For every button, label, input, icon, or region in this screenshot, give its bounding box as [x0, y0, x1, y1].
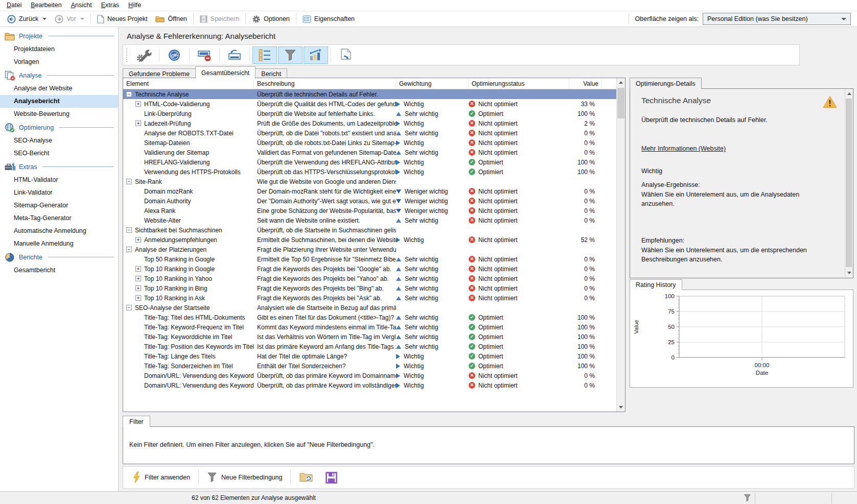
- table-row[interactable]: Website-AlterSeit wann die Website onlin…: [123, 215, 616, 225]
- table-row[interactable]: Title-Tag: Position des Keywords im Tite…: [123, 342, 616, 351]
- sidebar-item-meta-tag-generator[interactable]: Meta-Tag-Generator: [0, 212, 118, 225]
- speichern-button[interactable]: Speichern: [196, 14, 243, 25]
- tab-gesamt-bersicht[interactable]: Gesamtübersicht: [195, 66, 256, 79]
- table-row[interactable]: Alexa RankEine grobe Schätzung der Websi…: [123, 206, 616, 215]
- collapse-icon[interactable]: −: [126, 179, 132, 184]
- collapse-icon[interactable]: −: [126, 305, 132, 310]
- vor-button[interactable]: Vor: [51, 13, 88, 25]
- sidebar-item-seo-bericht[interactable]: SEO-Bericht: [0, 147, 118, 160]
- table-row[interactable]: Title-Tag: Länge des TitelsHat der Titel…: [123, 351, 616, 361]
- ok-stamp-button[interactable]: OK: [162, 46, 187, 64]
- ui-mode-select[interactable]: Personal Edition (was Sie besitzen): [703, 13, 851, 25]
- tab-optimization-details[interactable]: Optimierungs-Details: [630, 78, 702, 89]
- export-button[interactable]: [334, 46, 358, 64]
- filter-button[interactable]: [278, 46, 303, 64]
- eigenschaften-button[interactable]: Eigenschaften: [298, 14, 359, 25]
- column-header-gewichtung[interactable]: Gewichtung: [396, 78, 469, 89]
- sidebar-item-vorlagen[interactable]: Vorlagen: [0, 56, 118, 68]
- optionen-button[interactable]: Optionen: [248, 13, 294, 25]
- table-row[interactable]: Domain mozRankDer Domain-mozRank steht f…: [123, 186, 616, 196]
- sidebar-item-projektdateien[interactable]: Projektdateien: [0, 43, 118, 56]
- table-row[interactable]: +Top 10 Ranking in GoogleFragt die Keywo…: [123, 264, 616, 274]
- tab-filter[interactable]: Filter: [123, 416, 150, 427]
- menu-item-bearbeiten[interactable]: Bearbeiten: [26, 0, 66, 10]
- collapse-icon[interactable]: −: [126, 247, 132, 252]
- details-scrollbar[interactable]: [845, 89, 852, 277]
- table-row[interactable]: Domain AuthorityDer "Domain Authority"-W…: [123, 196, 616, 206]
- chevron-down-icon[interactable]: [80, 18, 84, 20]
- restore-item-button[interactable]: [222, 46, 247, 64]
- menu-item-ansicht[interactable]: Ansicht: [66, 0, 97, 10]
- toolbar-grip[interactable]: [126, 49, 128, 62]
- table-row[interactable]: −Site-RankWie gut die Website von Google…: [123, 177, 616, 186]
- expand-icon[interactable]: +: [135, 266, 141, 272]
- column-header-beschreibung[interactable]: Beschreibung: [254, 78, 396, 89]
- table-row[interactable]: −SEO-Analyse der StartseiteAnalysiert wi…: [123, 303, 616, 313]
- table-row[interactable]: HREFLANG-ValidierungÜberprüft die Verwen…: [123, 157, 616, 167]
- table-row[interactable]: Title-Tag: Keyworddichte im TitelIst das…: [123, 332, 616, 342]
- table-row[interactable]: Top 50 Ranking in GoogleErmittelt die To…: [123, 254, 616, 264]
- table-row[interactable]: −Analyse der PlatzierungenFragt die Plat…: [123, 245, 616, 254]
- sidebar-item-html-validator[interactable]: HTML-Validator: [0, 174, 118, 186]
- expand-icon[interactable]: +: [135, 121, 141, 126]
- table-row[interactable]: Domain/URL: Verwendung des Keyword...Übe…: [123, 380, 616, 390]
- table-row[interactable]: Link-ÜberprüfungÜberprüft die Website au…: [123, 109, 616, 118]
- task-list-button[interactable]: [252, 46, 277, 64]
- table-row[interactable]: Domain/URL: Verwendung des Keyword...Übe…: [123, 371, 616, 380]
- ffnen-button[interactable]: Öffnen: [151, 14, 191, 24]
- table-row[interactable]: +Top 10 Ranking in AskFragt die Keywords…: [123, 293, 616, 303]
- tools-button[interactable]: [132, 46, 156, 64]
- scroll-down-icon[interactable]: [617, 403, 625, 412]
- sidebar-item-automatische-anmeldung[interactable]: Automatische Anmeldung: [0, 225, 118, 237]
- table-row[interactable]: Analyse der ROBOTS.TXT-DateiÜberprüft, o…: [123, 128, 616, 138]
- scroll-down-icon[interactable]: [845, 269, 853, 277]
- sidebar-item-sitemap-generator[interactable]: Sitemap-Generator: [0, 199, 118, 212]
- table-row[interactable]: +Top 10 Ranking in BingFragt die Keyword…: [123, 283, 616, 293]
- table-row[interactable]: +AnmeldungsempfehlungenErmittelt die Suc…: [123, 235, 616, 245]
- expand-icon[interactable]: +: [135, 285, 141, 291]
- table-row[interactable]: Validierung der SitemapValidiert das For…: [123, 148, 616, 157]
- column-header-value[interactable]: Value: [569, 78, 602, 89]
- chevron-down-icon[interactable]: [42, 18, 47, 20]
- remove-item-button[interactable]: [192, 46, 217, 64]
- menu-item-hilfe[interactable]: Hilfe: [124, 0, 146, 10]
- sidebar-item-analysebericht[interactable]: Analysebericht: [0, 95, 118, 108]
- table-row[interactable]: Title-Tag: Sonderzeichen im TitelEnthält…: [123, 361, 616, 371]
- table-row[interactable]: −Sichtbarkeit bei SuchmaschinenÜberprüft…: [123, 225, 616, 235]
- table-row[interactable]: −Technische AnalyseÜberprüft die technis…: [123, 89, 616, 99]
- tab-rating-history[interactable]: Rating History: [630, 279, 682, 290]
- table-row[interactable]: +HTML-Code-ValidierungÜberprüft die Qual…: [123, 99, 616, 109]
- scroll-up-icon[interactable]: [617, 78, 625, 87]
- table-row[interactable]: Sitemap-DateienÜberprüft, ob die robots.…: [123, 138, 616, 148]
- expand-icon[interactable]: +: [135, 276, 141, 281]
- sidebar-item-analyse-der-website[interactable]: Analyse der Website: [0, 82, 118, 95]
- scroll-up-icon[interactable]: [845, 89, 853, 98]
- expand-icon[interactable]: +: [135, 295, 141, 301]
- column-header-element[interactable]: Element: [123, 78, 254, 89]
- sidebar-item-gesamtbericht[interactable]: Gesamtbericht: [0, 264, 118, 277]
- scrollbar-thumb[interactable]: [617, 88, 624, 118]
- save-filter-button[interactable]: [319, 468, 343, 487]
- scrollbar-thumb[interactable]: [846, 99, 852, 267]
- sidebar-item-manuelle-anmeldung[interactable]: Manuelle Anmeldung: [0, 237, 118, 250]
- menu-item-extras[interactable]: Extras: [97, 0, 124, 10]
- more-information-link[interactable]: Mehr Informationen (Website): [641, 145, 726, 152]
- sidebar-item-seo-analyse[interactable]: SEO-Analyse: [0, 134, 118, 147]
- chart-button[interactable]: [304, 46, 328, 64]
- table-row[interactable]: +Ladezeit-PrüfungPrüft die Größe des Dok…: [123, 118, 616, 128]
- zur-ck-button[interactable]: Zurück: [3, 13, 51, 25]
- table-row[interactable]: Verwendung des HTTPS-ProtokollsÜberprüft…: [123, 167, 616, 177]
- table-row[interactable]: Title-Tag: Titel des HTML-DokumentsGibt …: [123, 313, 616, 322]
- column-header-optimierungsstatus[interactable]: Optimierungsstatus: [469, 78, 569, 89]
- filter-anwenden-button[interactable]: Filter anwenden: [126, 468, 196, 487]
- menu-item-datei[interactable]: Datei: [2, 0, 26, 10]
- table-row[interactable]: +Top 10 Ranking in YahooFragt die Keywor…: [123, 274, 616, 283]
- neue-filterbedingung-button[interactable]: Neue Filterbedingung: [201, 468, 289, 487]
- expand-icon[interactable]: +: [135, 237, 141, 243]
- sidebar-item-website-bewertung[interactable]: Website-Bewertung: [0, 108, 118, 121]
- expand-icon[interactable]: +: [135, 101, 141, 107]
- table-scrollbar[interactable]: [616, 78, 625, 412]
- open-filter-button[interactable]: [293, 468, 319, 487]
- table-row[interactable]: Title-Tag: Keyword-Frequenz im TitelKomm…: [123, 322, 616, 332]
- sidebar-item-link-validator[interactable]: Link-Validator: [0, 186, 118, 199]
